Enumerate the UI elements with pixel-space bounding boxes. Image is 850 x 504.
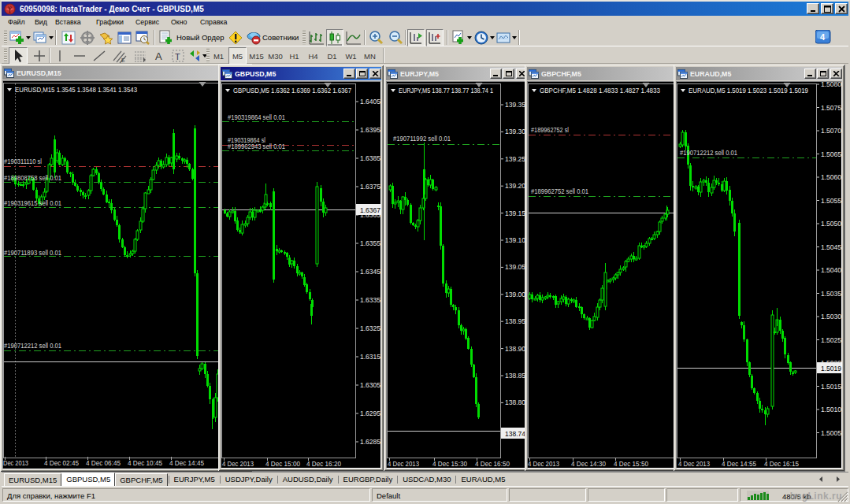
- svg-text:4 Dec 16:15: 4 Dec 16:15: [764, 460, 799, 468]
- svg-text:4 Dec 14:55: 4 Dec 14:55: [722, 460, 756, 468]
- svg-text:1.5035: 1.5035: [821, 290, 841, 298]
- svg-text:EURAUD,M5 1.5019 1.5023 1.501: EURAUD,M5 1.5019 1.5023 1.5019 1.5019: [689, 86, 808, 94]
- svg-text:1.6355: 1.6355: [360, 239, 380, 247]
- svg-text:139.10: 139.10: [505, 236, 525, 244]
- svg-text:#190711992 sell 0.01: #190711992 sell 0.01: [393, 135, 451, 143]
- svg-text:#189962752 sl: #189962752 sl: [531, 126, 569, 134]
- svg-text:1.5075: 1.5075: [821, 104, 841, 112]
- svg-text:1.5015: 1.5015: [821, 383, 841, 391]
- svg-text:139.15: 139.15: [505, 209, 525, 217]
- svg-text:#190712212 sell 0.01: #190712212 sell 0.01: [4, 342, 61, 350]
- svg-text:#189962752 sell 0.01: #189962752 sell 0.01: [531, 187, 588, 195]
- svg-text:4 Dec 16:20: 4 Dec 16:20: [306, 460, 341, 468]
- svg-text:1.5010: 1.5010: [821, 406, 841, 413]
- svg-text:#189808758 sell 0.01: #189808758 sell 0.01: [4, 174, 61, 182]
- svg-text:4 Dec 06:45: 4 Dec 06:45: [86, 459, 121, 467]
- svg-text:1.5050: 1.5050: [821, 220, 841, 228]
- svg-text:1.6395: 1.6395: [360, 126, 380, 134]
- svg-text:4 Dec 2013: 4 Dec 2013: [222, 460, 254, 468]
- svg-text:1.6385: 1.6385: [360, 154, 380, 162]
- svg-text:1.5025: 1.5025: [821, 336, 841, 344]
- svg-text:1.6375: 1.6375: [360, 183, 380, 191]
- svg-text:1.6345: 1.6345: [360, 268, 380, 276]
- svg-text:1.5070: 1.5070: [821, 127, 841, 135]
- svg-text:1.5055: 1.5055: [821, 197, 841, 205]
- svg-text:GBPCHF,M5 1.4828 1.4833 1.482: GBPCHF,M5 1.4828 1.4833 1.4827 1.4833: [540, 86, 660, 94]
- svg-text:1.5030: 1.5030: [821, 313, 841, 321]
- svg-text:139.35: 139.35: [505, 101, 525, 109]
- svg-text:1.6315: 1.6315: [360, 353, 380, 361]
- svg-text:#190712212 sell 0.01: #190712212 sell 0.01: [680, 149, 737, 157]
- svg-text:1.5060: 1.5060: [821, 173, 841, 181]
- svg-text:#190311110 sl: #190311110 sl: [4, 158, 42, 165]
- svg-text:1.6325: 1.6325: [360, 324, 380, 332]
- svg-text:EURUSD,M15 1.3545 1.3548 1.35: EURUSD,M15 1.3545 1.3548 1.3541 1.3543: [15, 85, 137, 94]
- svg-text:1.6285: 1.6285: [360, 438, 380, 446]
- svg-text:139.20: 139.20: [505, 182, 525, 190]
- svg-text:1.5080: 1.5080: [821, 82, 841, 88]
- svg-text:Dec 2013: Dec 2013: [3, 459, 28, 467]
- svg-text:4 Dec 15:00: 4 Dec 15:00: [265, 460, 300, 468]
- svg-text:#190319615 sell 0.01: #190319615 sell 0.01: [4, 199, 61, 207]
- svg-text:1.6335: 1.6335: [360, 296, 380, 304]
- svg-text:1.6367: 1.6367: [360, 206, 380, 214]
- svg-text:1.6305: 1.6305: [360, 381, 380, 389]
- svg-text:4: 4: [820, 32, 826, 42]
- svg-text:1.5045: 1.5045: [821, 243, 841, 251]
- svg-text:4 Dec 2013: 4 Dec 2013: [528, 460, 559, 468]
- svg-text:139.30: 139.30: [505, 128, 525, 135]
- svg-text:1.5005: 1.5005: [821, 429, 841, 437]
- svg-text:GBPUSD,M5 1.6362 1.6369 1.636: GBPUSD,M5 1.6362 1.6369 1.6362 1.6367: [233, 86, 351, 94]
- svg-text:139.25: 139.25: [505, 155, 525, 163]
- svg-text:4 Dec 15:30: 4 Dec 15:30: [432, 460, 467, 468]
- svg-text:4 Dec 16:50: 4 Dec 16:50: [475, 460, 510, 468]
- svg-text:#190319864 sell 0.01: #190319864 sell 0.01: [228, 113, 285, 121]
- svg-text:138.90: 138.90: [505, 345, 525, 353]
- svg-text:4 Dec 2013: 4 Dec 2013: [388, 460, 419, 468]
- svg-text:138.74: 138.74: [505, 430, 525, 438]
- svg-text:#190711893 sell 0.01: #190711893 sell 0.01: [4, 249, 61, 257]
- svg-text:1.6405: 1.6405: [360, 98, 380, 106]
- svg-text:4 Dec 10:45: 4 Dec 10:45: [128, 459, 162, 467]
- svg-text:138.95: 138.95: [505, 317, 525, 325]
- svg-text:4 Dec 14:30: 4 Dec 14:30: [571, 460, 606, 468]
- svg-text:#189962943 sell 0.01: #189962943 sell 0.01: [228, 143, 285, 150]
- svg-text:4 Dec 14:45: 4 Dec 14:45: [169, 459, 204, 467]
- svg-text:1.5065: 1.5065: [821, 150, 841, 158]
- svg-text:E: E: [121, 57, 125, 63]
- svg-text:138.85: 138.85: [505, 372, 525, 380]
- svg-text:139.05: 139.05: [505, 263, 525, 271]
- svg-text:138.80: 138.80: [505, 398, 525, 406]
- svg-text:1.6295: 1.6295: [360, 410, 380, 417]
- svg-text:139.00: 139.00: [505, 291, 525, 298]
- svg-text:T: T: [175, 52, 180, 61]
- svg-text:4 Dec 15:50: 4 Dec 15:50: [614, 460, 648, 468]
- svg-text:A: A: [155, 50, 162, 62]
- svg-text:1.5019: 1.5019: [821, 365, 841, 372]
- svg-text:1.5040: 1.5040: [821, 266, 841, 274]
- svg-text:4 Dec 2013: 4 Dec 2013: [678, 460, 710, 468]
- svg-text:4 Dec 02:45: 4 Dec 02:45: [44, 459, 79, 467]
